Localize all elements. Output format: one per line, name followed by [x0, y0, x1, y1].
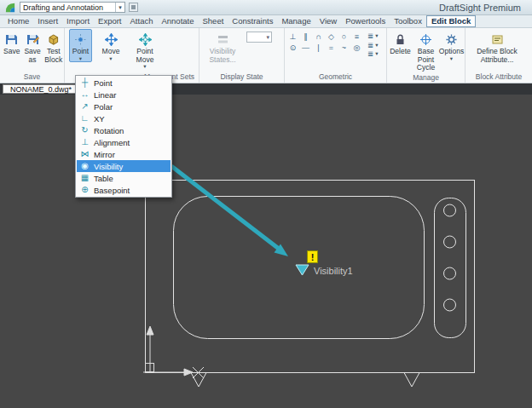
geometric-constraint-icon[interactable]: |: [312, 43, 325, 54]
menu-item-xy[interactable]: ∟ XY: [77, 112, 171, 124]
polar-icon: ↗: [79, 102, 90, 111]
base-point-cycle-button[interactable]: Base Point Cycle: [413, 29, 439, 73]
test-block-button[interactable]: Test Block: [43, 29, 64, 65]
ribbon-tab-bar: Home Insert Import Export Attach Annotat…: [0, 15, 532, 28]
tab-sheet[interactable]: Sheet: [199, 15, 228, 27]
basepoint-icon: ⊕: [79, 186, 90, 194]
visibility-parameter-marker[interactable]: ! Visibility1: [296, 251, 353, 277]
geometric-constraint-icon[interactable]: ◎: [350, 43, 363, 54]
options-gear-icon: [445, 32, 458, 48]
outer-rectangle-entity[interactable]: [146, 181, 475, 373]
title-bar: Drafting and Annotation ▾ DraftSight Pre…: [0, 0, 532, 15]
delete-button[interactable]: Delete: [389, 29, 412, 57]
menu-item-mirror[interactable]: ⋈ Mirror: [77, 148, 171, 160]
menu-item-table[interactable]: ▦ Table: [77, 172, 171, 184]
tab-constraints[interactable]: Constraints: [228, 15, 277, 27]
knob-circle-entity[interactable]: [444, 267, 456, 279]
geometric-constraint-icon[interactable]: ○: [338, 32, 350, 43]
xy-icon: ∟: [79, 114, 90, 123]
menu-item-alignment[interactable]: ⊥ Alignment: [77, 136, 171, 148]
annotation-arrow: [171, 166, 288, 256]
tab-attach[interactable]: Attach: [126, 15, 158, 27]
tab-manage[interactable]: Manage: [277, 15, 315, 27]
ribbon-group-save: Save Save as Test Block Save: [0, 28, 65, 83]
document-tab[interactable]: NONAME_0.dwg*: [3, 84, 79, 94]
chevron-down-icon: ▾: [143, 64, 146, 70]
chevron-down-icon: ▾: [375, 43, 378, 49]
menu-item-polar[interactable]: ↗ Polar: [77, 101, 171, 112]
tab-annotate[interactable]: Annotate: [157, 15, 198, 27]
geometric-constraint-icon[interactable]: ∥: [299, 32, 312, 43]
point-parameter-icon: [74, 32, 87, 48]
tab-insert[interactable]: Insert: [33, 15, 62, 27]
tab-powertools[interactable]: Powertools: [341, 15, 390, 27]
constraint-list-button[interactable]: ≣▾: [367, 32, 378, 40]
geometric-constraint-icon[interactable]: ∩: [312, 32, 325, 43]
ribbon-group-block-attribute: Define Block Attribute... Block Attribut…: [466, 28, 532, 83]
tab-home[interactable]: Home: [3, 15, 33, 27]
move-action-icon: [105, 32, 118, 48]
constraint-list-button[interactable]: ≣▾: [367, 50, 378, 58]
test-block-icon: [47, 32, 60, 48]
group-label-geometric: Geometric: [286, 72, 385, 83]
menu-item-point[interactable]: ┼ Point: [77, 77, 171, 89]
tab-view[interactable]: View: [315, 15, 341, 27]
chevron-down-icon: ▾: [79, 56, 82, 62]
tab-edit-block[interactable]: Edit Block: [426, 15, 476, 27]
draftsight-window: Drafting and Annotation ▾ DraftSight Pre…: [0, 0, 532, 408]
chevron-down-icon[interactable]: ▾: [115, 3, 124, 12]
group-label-save: Save: [2, 72, 62, 83]
point-parameter-button[interactable]: Point ▾: [69, 29, 92, 62]
define-block-attribute-icon: [491, 32, 504, 48]
geometric-constraint-icon[interactable]: ≡: [350, 32, 363, 43]
menu-item-basepoint[interactable]: ⊕ Basepoint: [77, 184, 171, 196]
workspace-settings-icon[interactable]: [129, 3, 138, 12]
menu-item-rotation[interactable]: ↻ Rotation: [77, 124, 171, 136]
point-move-button[interactable]: Point Move ▾: [130, 29, 160, 71]
linear-icon: ↔: [79, 90, 90, 99]
save-as-button[interactable]: Save as: [22, 29, 42, 65]
tab-toolbox[interactable]: Toolbox: [390, 15, 426, 27]
geometric-constraint-icon[interactable]: ⊥: [286, 32, 299, 43]
menu-item-visibility[interactable]: ◉ Visibility: [77, 160, 171, 172]
tab-import[interactable]: Import: [62, 15, 94, 27]
ucs-icon: [143, 326, 193, 376]
right-foot-entity[interactable]: [404, 373, 419, 388]
alignment-icon: ⊥: [79, 138, 90, 147]
knob-circle-entity[interactable]: [444, 204, 456, 216]
save-as-icon: [26, 32, 39, 48]
menu-item-linear[interactable]: ↔ Linear: [77, 89, 171, 101]
workspace-selector[interactable]: Drafting and Annotation ▾: [20, 2, 125, 13]
delete-icon: [394, 32, 407, 48]
geometric-constraint-icon[interactable]: —: [299, 43, 312, 54]
geometric-list-buttons: ≣▾ ≣▾ ≣▾: [367, 32, 378, 58]
left-foot-entity[interactable]: [191, 373, 206, 388]
tab-export[interactable]: Export: [94, 15, 125, 27]
ribbon-group-geometric: ⊥ ∥ ∩ ◇ ○ ≡ ⊙ — | = ~ ◎ ≣▾ ≣▾ ≣▾: [285, 28, 387, 83]
save-button[interactable]: Save: [2, 29, 21, 57]
chevron-down-icon: ▾: [266, 34, 271, 41]
options-button[interactable]: Options ▾: [440, 29, 463, 62]
define-block-attribute-button[interactable]: Define Block Attribute...: [467, 29, 527, 65]
warning-exclamation-icon: !: [311, 252, 315, 262]
visibility-states-icon: [217, 32, 229, 48]
geometric-constraint-icon[interactable]: =: [325, 43, 338, 54]
visibility-states-button[interactable]: Visibility States...: [201, 29, 244, 65]
visibility-grip-triangle-icon[interactable]: [296, 265, 309, 275]
knob-circle-entity[interactable]: [444, 299, 456, 311]
knob-circle-entity[interactable]: [444, 236, 456, 248]
geometric-constraint-icon[interactable]: ◇: [325, 32, 338, 43]
geometric-constraint-icon[interactable]: ~: [338, 43, 350, 54]
geometric-constraints-grid: ⊥ ∥ ∩ ◇ ○ ≡ ⊙ — | = ~ ◎: [286, 32, 363, 54]
ribbon-group-manage: Delete Base Point Cycle Options ▾ Manage: [387, 28, 466, 83]
ribbon-group-display-state: Visibility States... ▾ Display State: [200, 28, 285, 83]
rotation-icon: ↻: [79, 126, 90, 135]
chevron-down-icon: ▾: [109, 56, 112, 62]
visibility-states-combo[interactable]: ▾: [246, 32, 272, 43]
workspace-selector-value: Drafting and Annotation: [20, 3, 115, 12]
constraint-list-button[interactable]: ≣▾: [367, 42, 378, 49]
document-tab-label: NONAME_0.dwg*: [10, 85, 72, 94]
move-action-button[interactable]: Move ▾: [98, 29, 124, 62]
visibility-icon: ◉: [79, 162, 90, 170]
geometric-constraint-icon[interactable]: ⊙: [286, 43, 299, 54]
